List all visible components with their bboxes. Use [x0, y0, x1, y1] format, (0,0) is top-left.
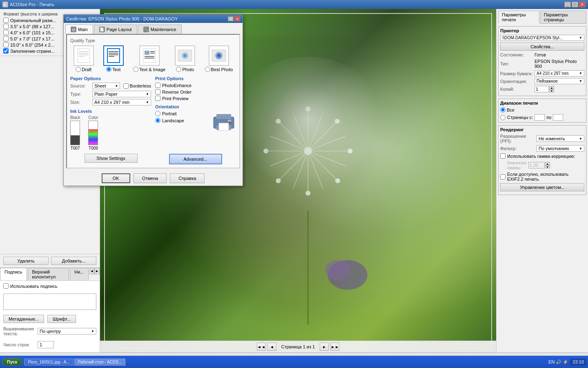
tray-icon-2: ⚡: [563, 359, 568, 365]
black-bar-fill: [71, 135, 80, 145]
ink-bars: Black T007 Color: [70, 115, 151, 150]
source-row: Source: Sheet ▼ Borderless: [70, 83, 151, 89]
dialog-col-right: Print Options PhotoEnhance Reverse Order: [155, 76, 236, 150]
portrait-option[interactable]: Portrait: [155, 111, 184, 116]
page-layout-tab-icon: 📄: [99, 27, 105, 32]
dialog-close-button[interactable]: ✕: [234, 16, 240, 21]
borderless-row[interactable]: Borderless: [123, 83, 151, 89]
reverse-order-checkbox[interactable]: [155, 89, 160, 94]
photo-enhance-row[interactable]: PhotoEnhance: [155, 83, 236, 88]
source-label: Source:: [70, 83, 91, 88]
dialog-tabs: 🖨 Main 📄 Page Layout 🔧 Maintenance: [64, 23, 243, 34]
quality-draft[interactable]: Draft: [74, 45, 94, 72]
dialog-ok-button[interactable]: OK: [102, 173, 130, 183]
show-settings-button[interactable]: Show Settings: [85, 154, 138, 163]
svg-rect-57: [228, 120, 231, 121]
quality-options: Draft: [70, 45, 236, 72]
paper-type-row: Type: Plain Paper ▼: [70, 91, 151, 97]
dialog-cancel-button[interactable]: Отмена: [134, 173, 167, 183]
ink-levels-title: Ink Levels: [70, 109, 151, 114]
svg-rect-35: [107, 49, 120, 63]
source-dropdown[interactable]: Sheet ▼: [92, 83, 120, 89]
main-tab-label: Main: [78, 27, 88, 32]
text-radio[interactable]: [106, 67, 111, 72]
best-photo-label: Best Photo: [211, 67, 233, 72]
quality-text-image[interactable]: Text & Image: [133, 45, 165, 72]
text-icon: [103, 45, 124, 66]
print-options-section: Print Options PhotoEnhance Reverse Order: [155, 76, 236, 101]
dtab-page-layout[interactable]: 📄 Page Layout: [94, 25, 137, 34]
source-value: Sheet: [94, 83, 106, 88]
color-label: Color: [89, 115, 98, 120]
svg-rect-41: [145, 51, 149, 55]
photo-label: Photo: [182, 67, 194, 72]
dialog-footer-buttons: OK Отмена Справка: [64, 171, 243, 186]
quality-text[interactable]: Text: [103, 45, 124, 72]
text-image-label: Text & Image: [139, 67, 165, 72]
svg-rect-56: [219, 123, 229, 130]
advanced-button[interactable]: Advanced...: [169, 154, 222, 164]
print-preview-row[interactable]: Print Preview: [155, 96, 236, 101]
paper-type-dropdown[interactable]: Plain Paper ▼: [92, 91, 151, 97]
dialog-help-footer-button[interactable]: Справка: [170, 173, 205, 183]
draft-radio-row[interactable]: Draft: [76, 67, 91, 72]
svg-rect-30: [78, 49, 90, 63]
paper-size-dialog-value: A4 210 x 297 mm: [94, 100, 129, 105]
portrait-radio[interactable]: [155, 111, 160, 116]
maintenance-tab-label: Maintenance: [151, 27, 176, 32]
orientation-section: Orientation Portrait Landscap: [155, 104, 236, 134]
dialog-main-content: Quality Type: [66, 34, 240, 168]
photo-radio[interactable]: [176, 67, 181, 72]
dialog-col-left: Paper Options Source: Sheet ▼ Borderless: [70, 76, 151, 150]
taskbar-right: EN 🔊 ⚡ 23:10: [548, 359, 586, 365]
taskbar: Пуск Floro_1600(1).jpg - A... Рабочий ст…: [0, 356, 588, 368]
landscape-radio[interactable]: [155, 118, 160, 123]
photo-enhance-label: PhotoEnhance: [162, 83, 192, 88]
dtab-maintenance[interactable]: 🔧 Maintenance: [138, 25, 182, 34]
printer-orientation-icon: [212, 111, 236, 134]
dialog-action-buttons: Show Settings Advanced...: [70, 154, 236, 164]
paper-options-title: Paper Options: [70, 76, 151, 81]
dialog-help-btn[interactable]: ?: [228, 16, 234, 21]
svg-rect-54: [216, 114, 231, 119]
maintenance-tab-icon: 🔧: [143, 27, 149, 32]
taskbar-app-1[interactable]: Floro_1600(1).jpg - A...: [24, 359, 73, 366]
svg-point-58: [229, 122, 231, 124]
photo-icon: [175, 45, 195, 66]
text-radio-row[interactable]: Text: [106, 67, 120, 72]
quality-type-title: Quality Type: [70, 38, 236, 43]
clock: 23:10: [570, 359, 586, 365]
best-photo-radio[interactable]: [205, 67, 210, 72]
taskbar-app-2[interactable]: Рабочий стол - ACDS...: [74, 359, 126, 366]
text-label: Text: [112, 67, 120, 72]
lang-indicator: EN: [548, 359, 555, 364]
color-value: T009: [89, 146, 98, 150]
color-bar-fill: [89, 129, 98, 145]
quality-photo[interactable]: Photo: [175, 45, 195, 72]
best-photo-icon: [209, 45, 229, 66]
paper-size-dialog-dropdown[interactable]: A4 210 x 297 mm ▼: [92, 99, 151, 105]
photo-radio-row[interactable]: Photo: [176, 67, 194, 72]
printer-properties-dialog: Свойства: EPSON Stylus Photo 900 - DOM-D…: [63, 14, 243, 186]
borderless-checkbox[interactable]: [123, 83, 129, 89]
best-photo-radio-row[interactable]: Best Photo: [205, 67, 233, 72]
landscape-option[interactable]: Landscape: [155, 118, 184, 123]
print-preview-label: Print Preview: [162, 96, 189, 101]
draft-radio[interactable]: [76, 67, 81, 72]
ink-levels-section: Ink Levels Black T007: [70, 109, 151, 150]
paper-options-section: Paper Options Source: Sheet ▼ Borderless: [70, 76, 151, 105]
start-button[interactable]: Пуск: [2, 358, 22, 366]
quality-best-photo[interactable]: Best Photo: [205, 45, 233, 72]
print-preview-checkbox[interactable]: [155, 96, 160, 101]
paper-size-dialog-label: Size:: [70, 100, 91, 105]
photo-enhance-checkbox[interactable]: [155, 83, 160, 88]
print-options-title: Print Options: [155, 76, 236, 81]
landscape-label: Landscape: [162, 118, 184, 123]
text-image-radio[interactable]: [133, 67, 138, 72]
dialog-titlebar-buttons: ? ✕: [228, 16, 240, 21]
dialog-overlay: Свойства: EPSON Stylus Photo 900 - DOM-D…: [0, 0, 588, 368]
dtab-main[interactable]: 🖨 Main: [65, 25, 93, 34]
text-image-icon: [139, 45, 160, 66]
reverse-order-row[interactable]: Reverse Order: [155, 89, 236, 94]
text-image-radio-row[interactable]: Text & Image: [133, 67, 165, 72]
